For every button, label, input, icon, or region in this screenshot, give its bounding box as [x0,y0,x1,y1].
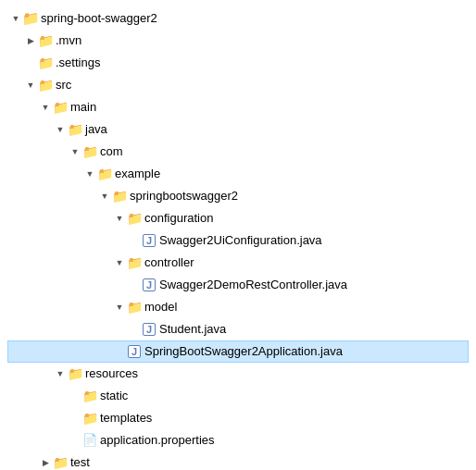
folder-icon: 📁 [38,33,53,48]
tree-item-root[interactable]: ▼📁spring-boot-swagger2 [7,7,469,30]
item-label: main [70,98,96,117]
folder-icon: 📁 [127,255,142,270]
toggle-arrow[interactable]: ▶ [23,31,38,50]
file-tree: ▼📁spring-boot-swagger2▶📁.mvn📁.settings▼📁… [7,7,469,470]
item-label: test [70,453,90,470]
java-icon: J [142,233,157,248]
toggle-arrow[interactable]: ▼ [68,142,82,161]
tree-item-Swagger2UiConfiguration[interactable]: JSwagger2UiConfiguration.java [7,229,469,252]
folder-icon: 📁 [97,167,112,181]
item-label: application.properties [100,431,215,450]
props-icon: 📄 [82,433,97,448]
tree-item-application[interactable]: 📄application.properties [7,429,469,451]
toggle-arrow[interactable]: ▼ [38,98,53,117]
java-icon: J [142,278,157,292]
tree-item-model[interactable]: ▼📁model [7,296,469,318]
folder-icon: 📁 [82,411,97,426]
folder-icon: 📁 [68,122,82,137]
item-label: controller [144,254,194,272]
folder-icon: 📁 [38,78,53,93]
tree-item-static[interactable]: 📁static [7,385,469,407]
tree-item-springbootswagger2[interactable]: ▼📁springbootswagger2 [7,185,469,207]
item-label: resources [85,365,138,383]
toggle-arrow[interactable]: ▼ [97,187,112,205]
tree-item-controller[interactable]: ▼📁controller [7,252,469,274]
item-label: static [100,387,128,405]
tree-item-example[interactable]: ▼📁example [7,163,469,185]
item-label: example [115,165,160,183]
toggle-arrow[interactable]: ▼ [23,76,38,94]
tree-item-java[interactable]: ▼📁java [7,118,469,141]
toggle-arrow[interactable]: ▼ [112,209,127,228]
project-icon: 📁 [23,11,38,26]
toggle-arrow[interactable]: ▼ [53,365,68,383]
folder-icon: 📁 [82,389,97,403]
item-label: model [144,298,177,316]
tree-item-settings[interactable]: 📁.settings [7,52,469,74]
java-icon: J [127,344,142,359]
folder-icon: 📁 [127,211,142,226]
tree-item-src[interactable]: ▼📁src [7,74,469,96]
tree-item-SpringBootSwagger2Application[interactable]: JSpringBootSwagger2Application.java [7,340,469,363]
item-label: Swagger2DemoRestController.java [159,276,347,294]
item-label: spring-boot-swagger2 [41,9,157,28]
tree-item-templates[interactable]: 📁templates [7,407,469,429]
item-label: com [100,142,123,161]
tree-item-com[interactable]: ▼📁com [7,141,469,163]
tree-item-main[interactable]: ▼📁main [7,96,469,118]
item-label: src [56,76,71,94]
folder-icon: 📁 [112,189,127,204]
folder-icon: 📁 [38,56,53,70]
tree-item-mvn[interactable]: ▶📁.mvn [7,30,469,52]
java-icon: J [142,322,157,337]
tree-item-Swagger2DemoRestController[interactable]: JSwagger2DemoRestController.java [7,274,469,296]
tree-item-test[interactable]: ▶📁test [7,451,469,470]
toggle-arrow[interactable]: ▼ [82,165,97,183]
toggle-arrow[interactable]: ▼ [53,120,68,139]
folder-icon: 📁 [68,366,82,381]
item-label: templates [100,409,152,427]
toggle-arrow[interactable]: ▼ [112,254,127,272]
item-label: Student.java [159,320,226,339]
folder-icon: 📁 [53,100,68,115]
item-label: configuration [144,209,213,228]
folder-icon: 📁 [53,455,68,470]
item-label: .settings [56,54,100,72]
tree-item-Student[interactable]: JStudent.java [7,318,469,340]
toggle-arrow[interactable]: ▼ [112,298,127,316]
folder-icon: 📁 [127,300,142,315]
tree-item-resources[interactable]: ▼📁resources [7,363,469,385]
folder-icon: 📁 [82,144,97,159]
item-label: SpringBootSwagger2Application.java [144,342,343,361]
toggle-arrow[interactable]: ▶ [38,453,53,470]
tree-item-configuration[interactable]: ▼📁configuration [7,207,469,229]
item-label: Swagger2UiConfiguration.java [159,231,322,250]
item-label: .mvn [56,31,81,50]
item-label: java [85,120,107,139]
item-label: springbootswagger2 [130,187,238,205]
